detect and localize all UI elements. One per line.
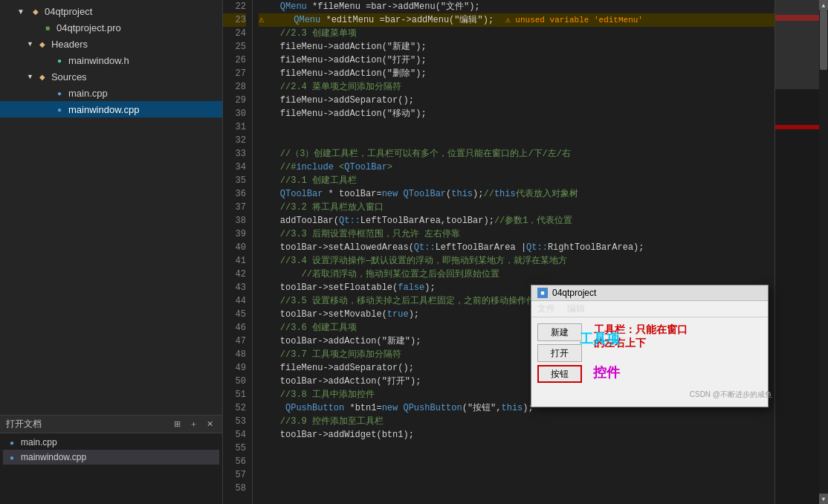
line-number: 38 — [223, 214, 246, 227]
line-number: 55 — [223, 442, 246, 455]
line-number: 57 — [223, 468, 246, 482]
line-number: 35 — [223, 174, 246, 187]
sidebar-item-sources[interactable]: ▼ ◆ Sources — [0, 68, 222, 85]
code-line — [259, 468, 774, 482]
code-line: //3.1 创建工具栏 — [259, 174, 774, 187]
line-number: 25 — [223, 40, 246, 54]
bottom-panel-header: 打开文档 ⊞ ＋ ✕ — [0, 416, 222, 433]
scroll-down-button[interactable]: ▼ — [819, 494, 828, 504]
sidebar-item-pro[interactable]: ■ 04qtproject.pro — [0, 19, 222, 36]
popup-btn-widget[interactable]: 按钮 — [537, 365, 582, 383]
code-line: //（3）创建工具栏，工具栏可以有多个，位置只能在窗口的上/下/左/右 — [259, 147, 774, 161]
bottom-split-icon[interactable]: ⊞ — [170, 418, 184, 431]
cpp-icon: ● — [6, 436, 18, 448]
spacer — [39, 103, 51, 115]
bottom-file-mainwindow[interactable]: ● mainwindow.cpp — [3, 450, 219, 465]
popup-titlebar: ■ 04qtproject — [531, 285, 768, 301]
scroll-up-button[interactable]: ▲ — [819, 0, 828, 10]
popup-title-icon: ■ — [537, 288, 548, 298]
line-number: 32 — [223, 134, 246, 147]
line-number: 41 — [223, 254, 246, 268]
project-label: 04qtproject — [45, 6, 92, 17]
code-line: //若取消浮动，拖动到某位置之后会回到原始位置 — [259, 268, 774, 281]
code-line: fileMenu->addSeparator(); — [259, 94, 774, 107]
spacer — [39, 54, 51, 66]
line-number: 22 — [223, 0, 246, 13]
scroll-track[interactable] — [819, 10, 828, 494]
line-number: 54 — [223, 428, 246, 442]
cpp-file-icon: ● — [54, 87, 65, 99]
line-number: 51 — [223, 388, 246, 401]
code-line: ⚠ QMenu *editMenu =bar->addMenu("编辑");⚠ … — [259, 13, 774, 27]
code-line: fileMenu->addAction("删除"); — [259, 67, 774, 80]
popup-title: 04qtproject — [552, 288, 596, 298]
sidebar-item-headers[interactable]: ▼ ◆ Headers — [0, 36, 222, 52]
sidebar-item-mainwindowh[interactable]: ● mainwindow.h — [0, 52, 222, 68]
minimap — [774, 0, 819, 504]
cpp-file-icon2: ● — [54, 103, 65, 115]
code-line — [259, 134, 774, 147]
pro-file-icon: ■ — [42, 22, 54, 33]
line-number: 44 — [223, 294, 246, 308]
bottom-file-mainwindow-label: mainwindow.cpp — [21, 452, 86, 462]
line-number: 49 — [223, 361, 246, 375]
editor-area: 2223242526272829303132333435363738394041… — [223, 0, 828, 504]
code-line — [259, 442, 774, 455]
file-tree: ▼ ◆ 04qtproject ■ 04qtproject.pro ▼ ◆ He… — [0, 0, 222, 415]
popup-menubar: 文件 编辑 — [531, 301, 768, 317]
sources-label: Sources — [51, 71, 87, 83]
h-file-icon: ● — [54, 54, 65, 66]
popup-btn-open[interactable]: 打开 — [537, 344, 582, 362]
code-line: QToolBar * toolBar=new QToolBar(this);//… — [259, 187, 774, 201]
code-line: //3.9 控件添加至工具栏 — [259, 415, 774, 428]
code-line: toolBar->addWidget(btn1); — [259, 428, 774, 442]
vertical-scrollbar[interactable]: ▲ ▼ — [819, 0, 828, 504]
code-line — [259, 455, 774, 468]
line-number: 56 — [223, 455, 246, 468]
cpp-icon2: ● — [6, 451, 18, 463]
line-number: 42 — [223, 268, 246, 281]
line-number: 47 — [223, 335, 246, 348]
line-number: 50 — [223, 375, 246, 388]
code-line: addToolBar(Qt::LeftToolBarArea,toolBar);… — [259, 214, 774, 227]
code-area[interactable]: QMenu *fileMenu =bar->addMenu("文件");⚠ QM… — [253, 0, 774, 504]
line-number: 43 — [223, 281, 246, 294]
line-number: 28 — [223, 80, 246, 94]
tools-annotation: 工具项 — [580, 330, 620, 348]
sidebar-item-project[interactable]: ▼ ◆ 04qtproject — [0, 3, 222, 19]
chevron-down-icon: ▼ — [15, 5, 27, 17]
code-line — [259, 482, 774, 495]
line-number: 24 — [223, 27, 246, 40]
line-number: 46 — [223, 321, 246, 335]
popup-menu-file[interactable]: 文件 — [537, 303, 555, 315]
chevron-down-icon: ▼ — [27, 40, 33, 48]
line-number: 45 — [223, 308, 246, 321]
code-line: //3.4 设置浮动操作—默认设置的浮动，即拖动到某地方，就浮在某地方 — [259, 254, 774, 268]
line-number: 40 — [223, 241, 246, 254]
maincpp-label: main.cpp — [68, 88, 108, 99]
line-number: 52 — [223, 401, 246, 415]
folder-icon: ◆ — [30, 5, 42, 17]
line-number: 23 — [223, 13, 246, 27]
bottom-close-icon[interactable]: ✕ — [203, 418, 216, 431]
popup-menu-edit[interactable]: 编辑 — [567, 303, 585, 315]
sidebar-item-mainwindowcpp[interactable]: ● mainwindow.cpp — [0, 101, 222, 117]
headers-label: Headers — [51, 39, 88, 50]
bottom-file-main[interactable]: ● main.cpp — [3, 435, 219, 450]
line-number: 26 — [223, 54, 246, 67]
line-number: 33 — [223, 147, 246, 161]
bottom-add-icon[interactable]: ＋ — [187, 418, 200, 431]
line-number: 30 — [223, 107, 246, 120]
line-number: 58 — [223, 482, 246, 495]
popup-btn-new[interactable]: 新建 — [537, 323, 582, 341]
widget-annotation: 控件 — [593, 364, 620, 381]
bottom-panel: 打开文档 ⊞ ＋ ✕ ● main.cpp ● mainwindow.cpp — [0, 415, 222, 504]
bottom-files-list: ● main.cpp ● mainwindow.cpp — [0, 433, 222, 466]
pro-file-label: 04qtproject.pro — [56, 22, 121, 33]
sidebar-item-maincpp[interactable]: ● main.cpp — [0, 85, 222, 101]
line-number: 53 — [223, 415, 246, 428]
code-line: fileMenu->addAction("打开"); — [259, 54, 774, 67]
scroll-thumb[interactable] — [820, 10, 827, 70]
code-line: //2.3 创建菜单项 — [259, 27, 774, 40]
code-line: //3.2 将工具栏放入窗口 — [259, 201, 774, 214]
